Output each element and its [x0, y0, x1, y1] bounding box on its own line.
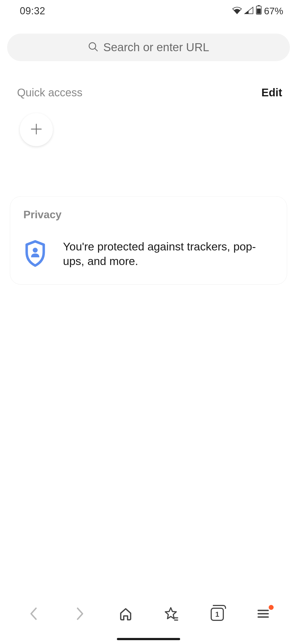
- star-icon: [164, 606, 179, 623]
- plus-icon: [29, 121, 44, 138]
- privacy-message: You're protected against trackers, pop-u…: [63, 239, 274, 269]
- gesture-bar: [117, 638, 180, 640]
- svg-point-7: [33, 248, 38, 253]
- home-icon: [119, 607, 133, 622]
- tabs-button[interactable]: 1: [206, 603, 228, 625]
- chevron-left-icon: [28, 606, 39, 623]
- status-bar: 09:32 67%: [0, 0, 297, 22]
- battery-percentage: 67%: [264, 6, 283, 17]
- chevron-right-icon: [74, 606, 85, 623]
- back-button[interactable]: [23, 603, 45, 625]
- shield-person-icon: [23, 240, 47, 268]
- forward-button[interactable]: [69, 603, 91, 625]
- search-icon: [88, 41, 99, 53]
- privacy-row: You're protected against trackers, pop-u…: [23, 239, 274, 269]
- notification-badge: [269, 605, 274, 610]
- privacy-card-title: Privacy: [23, 209, 274, 221]
- svg-rect-2: [257, 9, 261, 14]
- add-quick-access-button[interactable]: [20, 113, 53, 146]
- tabs-count: 1: [211, 608, 224, 621]
- quick-access-grid: [0, 99, 297, 146]
- status-indicators: 67%: [232, 5, 283, 17]
- home-button[interactable]: [115, 603, 137, 625]
- hamburger-icon: [257, 608, 270, 620]
- edit-button[interactable]: Edit: [261, 86, 282, 99]
- quick-access-title: Quick access: [17, 86, 82, 99]
- status-time: 09:32: [20, 5, 45, 17]
- bookmarks-button[interactable]: [160, 603, 182, 625]
- signal-icon: [244, 5, 254, 17]
- search-bar[interactable]: Search or enter URL: [7, 34, 290, 61]
- wifi-icon: [232, 5, 242, 17]
- battery-icon: [256, 5, 262, 17]
- bottom-nav: 1: [0, 594, 297, 644]
- svg-line-4: [95, 48, 97, 51]
- menu-button[interactable]: [252, 603, 274, 625]
- search-placeholder: Search or enter URL: [103, 41, 209, 54]
- privacy-card[interactable]: Privacy You're protected against tracker…: [10, 196, 287, 285]
- quick-access-header: Quick access Edit: [0, 86, 297, 99]
